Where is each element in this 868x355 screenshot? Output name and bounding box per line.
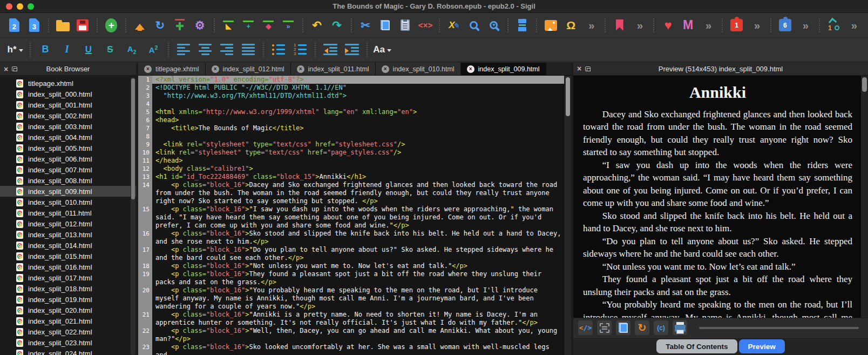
indent-button[interactable]: [342, 39, 362, 60]
book-browser-item[interactable]: index_split_013.html: [0, 229, 136, 240]
close-panel-icon[interactable]: ×: [577, 65, 581, 72]
copy-text-button[interactable]: [616, 320, 630, 335]
book-browser-item[interactable]: index_split_023.html: [0, 337, 136, 348]
overflow-3-button[interactable]: »: [699, 15, 717, 36]
code-line[interactable]: 20 <p class="block_16">"You probably hea…: [138, 286, 564, 311]
reload-button[interactable]: ↻: [151, 15, 169, 36]
code-line[interactable]: 11</head>: [138, 157, 564, 165]
align-justify-button[interactable]: [239, 39, 258, 60]
code-line[interactable]: 19 <p class="block_16">They found a plea…: [138, 270, 564, 286]
code-line[interactable]: 7 <title>The Bounds of Magic</title>: [138, 124, 564, 132]
find-saved-button[interactable]: ♥: [485, 15, 503, 36]
outdent-button[interactable]: [321, 39, 340, 60]
redo-button[interactable]: ↷: [328, 15, 346, 36]
close-panel-icon[interactable]: ×: [4, 65, 8, 73]
paste-button[interactable]: [396, 15, 414, 36]
code-line[interactable]: 16 <p class="block_16">Sko stood and sli…: [138, 230, 564, 246]
align-center-button[interactable]: [195, 39, 215, 60]
new-epub2-button[interactable]: 2: [5, 15, 23, 36]
book-browser-item[interactable]: titlepage.xhtml: [0, 78, 136, 89]
book-browser-item[interactable]: index_split_007.html: [0, 164, 136, 175]
code-line[interactable]: 4: [138, 100, 564, 108]
insert-image-button[interactable]: [542, 15, 560, 36]
code-line[interactable]: 12 <body class="calibre1">: [138, 165, 564, 173]
code-line[interactable]: 8: [138, 132, 564, 140]
heading-style-button[interactable]: h*: [5, 39, 25, 60]
book-browser-scrollbar[interactable]: [131, 77, 135, 355]
book-browser-item[interactable]: index_split_015.html: [0, 251, 136, 262]
code-line[interactable]: 6<head>: [138, 116, 564, 124]
book-browser-item[interactable]: index_split_021.html: [0, 316, 136, 326]
overflow-1-button[interactable]: »: [582, 15, 600, 36]
strikethrough-button[interactable]: S: [100, 39, 120, 60]
split-all-button[interactable]: »: [280, 15, 297, 36]
bookmark-button[interactable]: [611, 15, 628, 36]
book-browser-item[interactable]: index_split_020.html: [0, 305, 136, 316]
save-file-button[interactable]: [74, 15, 92, 36]
code-line[interactable]: 17 <p class="block_16">"Do you plan to t…: [138, 246, 564, 262]
code-line[interactable]: 10<link rel="stylesheet" type="text/css"…: [138, 149, 564, 157]
cut-button[interactable]: ✂: [357, 15, 375, 36]
split-remove-button[interactable]: ◆: [260, 15, 277, 36]
add-existing-files-button[interactable]: +: [103, 15, 120, 36]
metadata-button[interactable]: M: [679, 15, 697, 36]
donate-button[interactable]: ♥: [659, 15, 677, 36]
code-line[interactable]: 3 "http://www.w3.org/TR/xhtml11/DTD/xhtm…: [138, 92, 564, 100]
book-browser-item[interactable]: index_split_009.html: [0, 186, 136, 197]
underline-button[interactable]: U: [79, 39, 98, 60]
preview-horizontal-scrollbar[interactable]: [699, 327, 859, 329]
tab-close-icon[interactable]: ×: [467, 65, 474, 73]
plugin-runner-button[interactable]: 1: [825, 15, 843, 36]
code-line[interactable]: 13<h1 id="id_Toc222488469" class="block_…: [138, 173, 564, 181]
book-browser-item[interactable]: index_split_001.html: [0, 99, 136, 110]
preview-scrollbar[interactable]: [861, 76, 868, 318]
dock-tab-table-of-contents[interactable]: Table Of Contents: [656, 339, 737, 353]
book-browser-item[interactable]: index_split_004.html: [0, 132, 136, 143]
code-editor[interactable]: 1<?xml version="1.0" encoding="utf-8"?>2…: [138, 76, 571, 355]
dock-tab-preview[interactable]: Preview: [739, 339, 785, 353]
book-browser-item[interactable]: index_split_022.html: [0, 326, 136, 337]
copy-button[interactable]: [377, 15, 395, 36]
refresh-preview-button[interactable]: ↻: [635, 320, 649, 335]
overflow-2-button[interactable]: »: [630, 15, 648, 36]
code-line[interactable]: 5<html xmlns="http://www.w3.org/1999/xht…: [138, 108, 564, 116]
find-button[interactable]: [465, 15, 483, 36]
close-window-button[interactable]: [6, 3, 12, 10]
tab-close-icon[interactable]: ×: [297, 65, 304, 73]
bullet-list-button[interactable]: [269, 39, 288, 60]
book-browser-item[interactable]: index_split_017.html: [0, 272, 136, 283]
editor-tab[interactable]: ×index_split_010.html: [376, 63, 461, 75]
plugin-blue-6-button[interactable]: 6: [776, 15, 794, 36]
find-replace-button[interactable]: X✎: [445, 15, 463, 36]
special-character-button[interactable]: Ω: [562, 15, 580, 36]
split-add-button[interactable]: +: [240, 15, 257, 36]
zoom-window-button[interactable]: [28, 3, 34, 10]
book-browser-item[interactable]: index_split_024.html: [0, 348, 136, 355]
book-browser-item[interactable]: index_split_014.html: [0, 240, 136, 251]
code-line[interactable]: 15 <p class="block_16">"I saw you dash u…: [138, 205, 564, 230]
book-browser-item[interactable]: index_split_010.html: [0, 197, 136, 207]
undock-panel-icon[interactable]: [12, 66, 17, 71]
code-line[interactable]: 18 <p class="block_16">"Not unless you w…: [138, 262, 564, 270]
insert-split-marker-button[interactable]: [171, 15, 189, 36]
print-button[interactable]: [673, 320, 687, 335]
code-line[interactable]: 14 <p class="block_16">Dacey and Sko exc…: [138, 181, 564, 205]
code-line[interactable]: 22 <p class="block_16">"Well, then, Dace…: [138, 327, 564, 343]
split-at-cursor-button[interactable]: ◣: [220, 15, 238, 36]
open-file-button[interactable]: [54, 15, 72, 36]
editor-tab[interactable]: ×titlepage.xhtml: [138, 63, 206, 75]
tab-close-icon[interactable]: ×: [212, 65, 219, 73]
superscript-button[interactable]: A2: [144, 39, 163, 60]
book-browser-item[interactable]: index_split_016.html: [0, 262, 136, 272]
editor-tab[interactable]: ×index_split_012.html: [206, 63, 291, 75]
plugin-red-1-button[interactable]: 1: [728, 15, 745, 36]
editor-tab[interactable]: ×index_split_009.html: [461, 63, 546, 75]
tab-close-icon[interactable]: ×: [144, 65, 152, 73]
upload-button[interactable]: [131, 15, 149, 36]
new-epub3-button[interactable]: 3: [25, 15, 43, 36]
settings-button[interactable]: ⚙: [191, 15, 209, 36]
overflow-5-button[interactable]: »: [796, 15, 814, 36]
inspect-css-button[interactable]: (c): [654, 320, 668, 335]
select-all-button[interactable]: [597, 320, 612, 335]
subscript-button[interactable]: A2: [122, 39, 141, 60]
